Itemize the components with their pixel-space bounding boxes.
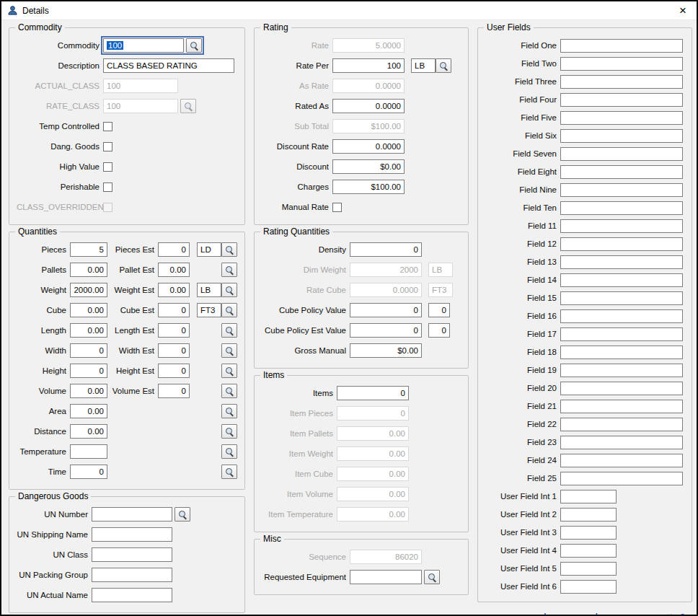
field-seven-field[interactable] (560, 147, 683, 161)
unit-field[interactable]: FT3 (197, 303, 221, 317)
un-actual-name-field[interactable] (92, 588, 172, 602)
requested-equipment-field[interactable] (350, 570, 422, 584)
pallets-lookup-button[interactable] (221, 263, 237, 277)
user-field-int-2-field[interactable] (560, 508, 617, 522)
dang-goods-checkbox[interactable] (103, 142, 112, 151)
time-field[interactable]: 0 (70, 465, 107, 479)
field-21-field[interactable] (560, 400, 683, 413)
volume-lookup-button[interactable] (221, 384, 237, 398)
width-lookup-button[interactable] (221, 343, 237, 358)
description-field[interactable]: CLASS BASED RATING (103, 58, 234, 73)
cube-policy-value-field[interactable]: 0 (350, 303, 422, 317)
unit-field[interactable]: LD (197, 242, 221, 257)
charges-field[interactable]: $100.00 (332, 180, 405, 194)
user-field-int-1-field[interactable] (560, 490, 617, 503)
pieces-est-field[interactable]: 0 (158, 242, 190, 257)
nav-insert-button[interactable]: + (601, 610, 615, 615)
field-five-field[interactable] (560, 111, 683, 125)
un-shipping-name-field[interactable] (92, 527, 172, 542)
cube-lookup-button[interactable] (221, 303, 237, 317)
field-two-field[interactable] (560, 57, 683, 71)
manual-rate-checkbox[interactable] (332, 203, 342, 212)
field-25-field[interactable] (560, 472, 683, 485)
temperature-field[interactable] (70, 444, 107, 459)
field-18-field[interactable] (560, 346, 683, 359)
nav-delete-button[interactable]: − (617, 610, 630, 615)
pallet-est-field[interactable]: 0.00 (158, 263, 190, 277)
high-value-checkbox[interactable] (103, 162, 112, 172)
area-field[interactable]: 0.00 (70, 404, 107, 418)
un-number-lookup-button[interactable] (174, 507, 190, 522)
height-lookup-button[interactable] (221, 364, 237, 378)
field-six-field[interactable] (560, 129, 683, 143)
cube-policy-est-value-field[interactable]: 0 (350, 323, 422, 338)
gross-manual-field[interactable]: $0.00 (350, 343, 422, 358)
field-16-field[interactable] (560, 309, 683, 323)
weight-field[interactable]: 2000.00 (70, 283, 107, 297)
discount-field[interactable]: $0.00 (332, 159, 405, 174)
field-17-field[interactable] (560, 327, 683, 341)
weight-lookup-button[interactable] (221, 283, 237, 297)
pallets-field[interactable]: 0.00 (70, 263, 107, 277)
un-number-field[interactable] (92, 507, 172, 522)
height-field[interactable]: 0 (70, 364, 107, 378)
nav-last-button[interactable]: ▶| (586, 610, 600, 615)
commodity-field[interactable]: 100 (103, 38, 184, 53)
items-field[interactable]: 0 (337, 386, 409, 400)
length-est-field[interactable]: 0 (158, 323, 190, 338)
unit-field[interactable]: LB (411, 58, 436, 73)
field-nine-field[interactable] (560, 183, 683, 197)
user-field-int-3-field[interactable] (560, 526, 617, 540)
user-field-int-5-field[interactable] (560, 562, 617, 576)
unit-field[interactable]: LB (197, 283, 221, 297)
field-22-field[interactable] (560, 418, 683, 431)
nav-first-button[interactable]: |◀ (541, 610, 555, 615)
un-class-field[interactable] (92, 547, 172, 562)
cube-est-field[interactable]: 0 (158, 303, 190, 317)
user-field-int-4-field[interactable] (560, 544, 617, 558)
width-field[interactable]: 0 (70, 343, 107, 358)
rate-class-lookup-button[interactable] (180, 99, 196, 113)
density-field[interactable]: 0 (350, 242, 422, 257)
discount-rate-field[interactable]: 0.0000 (332, 139, 405, 154)
nav-next-button[interactable]: ▶ (571, 610, 585, 615)
field-24-field[interactable] (560, 454, 683, 467)
length-lookup-button[interactable] (221, 323, 237, 338)
rate-per-field[interactable]: 100 (332, 58, 405, 73)
volume-field[interactable]: 0.00 (70, 384, 107, 398)
width-est-field[interactable]: 0 (158, 343, 190, 358)
field-eight-field[interactable] (560, 165, 683, 179)
field-20-field[interactable] (560, 382, 683, 395)
weight-est-field[interactable]: 0.00 (158, 283, 190, 297)
nav-refresh-button[interactable]: ↻ (677, 610, 691, 615)
field-19-field[interactable] (560, 364, 683, 377)
pieces-lookup-button[interactable] (221, 242, 237, 257)
temperature-lookup-button[interactable] (221, 444, 237, 459)
secondary-field[interactable]: 0 (428, 323, 450, 338)
length-field[interactable]: 0.00 (70, 323, 107, 338)
height-est-field[interactable]: 0 (158, 364, 190, 378)
pieces-field[interactable]: 5 (70, 242, 107, 257)
secondary-field[interactable]: 0 (428, 303, 450, 317)
perishable-checkbox[interactable] (103, 182, 112, 192)
temp-controlled-checkbox[interactable] (103, 122, 112, 131)
rated-as-field[interactable]: 0.0000 (332, 99, 405, 113)
rate-per-lookup-button[interactable] (436, 58, 451, 73)
area-lookup-button[interactable] (221, 404, 237, 418)
field-23-field[interactable] (560, 436, 683, 449)
distance-field[interactable]: 0.00 (70, 424, 107, 439)
time-lookup-button[interactable] (221, 465, 237, 479)
field-four-field[interactable] (560, 93, 683, 107)
un-packing-group-field[interactable] (92, 568, 172, 582)
field-three-field[interactable] (560, 75, 683, 89)
distance-lookup-button[interactable] (221, 424, 237, 439)
field-ten-field[interactable] (560, 201, 683, 215)
volume-est-field[interactable]: 0 (158, 384, 190, 398)
field-13-field[interactable] (560, 255, 683, 269)
close-button[interactable]: × (673, 3, 692, 19)
commodity-lookup-button[interactable] (186, 38, 202, 53)
cube-field[interactable]: 0.00 (70, 303, 107, 317)
nav-edit-button[interactable]: ▲ (632, 610, 645, 615)
field-12-field[interactable] (560, 237, 683, 251)
field-15-field[interactable] (560, 291, 683, 305)
